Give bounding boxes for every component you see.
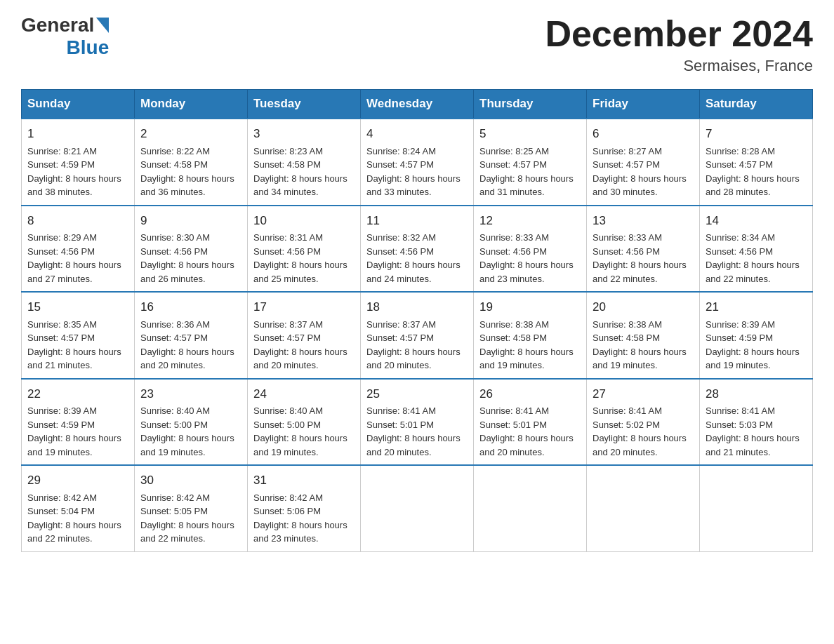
- day-info: Sunrise: 8:39 AMSunset: 4:59 PMDaylight:…: [706, 319, 800, 371]
- day-number: 14: [706, 212, 807, 230]
- table-row: 20Sunrise: 8:38 AMSunset: 4:58 PMDayligh…: [587, 292, 700, 379]
- day-number: 5: [479, 125, 581, 143]
- table-row: 31Sunrise: 8:42 AMSunset: 5:06 PMDayligh…: [248, 465, 361, 551]
- day-info: Sunrise: 8:33 AMSunset: 4:56 PMDaylight:…: [479, 232, 574, 284]
- day-number: 28: [706, 385, 807, 403]
- day-number: 23: [140, 385, 241, 403]
- table-row: 21Sunrise: 8:39 AMSunset: 4:59 PMDayligh…: [700, 292, 813, 379]
- table-row: 10Sunrise: 8:31 AMSunset: 4:56 PMDayligh…: [248, 206, 361, 293]
- logo: General Blue: [21, 14, 109, 59]
- table-row: 9Sunrise: 8:30 AMSunset: 4:56 PMDaylight…: [135, 206, 248, 293]
- day-number: 24: [253, 385, 355, 403]
- day-info: Sunrise: 8:30 AMSunset: 4:56 PMDaylight:…: [140, 232, 234, 284]
- day-number: 21: [706, 298, 807, 316]
- day-info: Sunrise: 8:35 AMSunset: 4:57 PMDaylight:…: [27, 319, 121, 371]
- day-number: 13: [593, 212, 694, 230]
- col-saturday: Saturday: [700, 90, 813, 119]
- day-number: 15: [27, 298, 128, 316]
- title-section: December 2024 Sermaises, France: [545, 14, 813, 75]
- day-info: Sunrise: 8:39 AMSunset: 4:59 PMDaylight:…: [27, 405, 121, 457]
- table-row: 30Sunrise: 8:42 AMSunset: 5:05 PMDayligh…: [135, 465, 248, 551]
- table-row: 4Sunrise: 8:24 AMSunset: 4:57 PMDaylight…: [361, 119, 474, 206]
- day-info: Sunrise: 8:42 AMSunset: 5:05 PMDaylight:…: [140, 492, 234, 544]
- day-number: 30: [140, 471, 241, 490]
- col-sunday: Sunday: [22, 90, 135, 119]
- table-row: 11Sunrise: 8:32 AMSunset: 4:56 PMDayligh…: [361, 206, 474, 293]
- table-row: 12Sunrise: 8:33 AMSunset: 4:56 PMDayligh…: [474, 206, 587, 293]
- day-info: Sunrise: 8:21 AMSunset: 4:59 PMDaylight:…: [27, 146, 121, 198]
- day-number: 12: [479, 212, 581, 230]
- day-info: Sunrise: 8:36 AMSunset: 4:57 PMDaylight:…: [140, 319, 234, 371]
- day-number: 26: [479, 385, 581, 403]
- day-info: Sunrise: 8:27 AMSunset: 4:57 PMDaylight:…: [593, 146, 687, 198]
- day-number: 31: [253, 471, 355, 490]
- day-info: Sunrise: 8:40 AMSunset: 5:00 PMDaylight:…: [140, 405, 234, 457]
- table-row: [361, 465, 474, 551]
- day-info: Sunrise: 8:38 AMSunset: 4:58 PMDaylight:…: [479, 319, 574, 371]
- calendar-week-row: 8Sunrise: 8:29 AMSunset: 4:56 PMDaylight…: [22, 206, 813, 293]
- col-thursday: Thursday: [474, 90, 587, 119]
- day-info: Sunrise: 8:22 AMSunset: 4:58 PMDaylight:…: [140, 146, 234, 198]
- col-monday: Monday: [135, 90, 248, 119]
- day-info: Sunrise: 8:37 AMSunset: 4:57 PMDaylight:…: [253, 319, 348, 371]
- page-header: General Blue December 2024 Sermaises, Fr…: [21, 14, 813, 75]
- day-info: Sunrise: 8:34 AMSunset: 4:56 PMDaylight:…: [706, 232, 800, 284]
- table-row: 28Sunrise: 8:41 AMSunset: 5:03 PMDayligh…: [700, 379, 813, 466]
- table-row: 23Sunrise: 8:40 AMSunset: 5:00 PMDayligh…: [135, 379, 248, 466]
- day-info: Sunrise: 8:28 AMSunset: 4:57 PMDaylight:…: [706, 146, 800, 198]
- svg-marker-0: [96, 18, 109, 33]
- table-row: 3Sunrise: 8:23 AMSunset: 4:58 PMDaylight…: [248, 119, 361, 206]
- calendar-week-row: 1Sunrise: 8:21 AMSunset: 4:59 PMDaylight…: [22, 119, 813, 206]
- day-number: 16: [140, 298, 241, 316]
- table-row: 27Sunrise: 8:41 AMSunset: 5:02 PMDayligh…: [587, 379, 700, 466]
- day-info: Sunrise: 8:32 AMSunset: 4:56 PMDaylight:…: [366, 232, 461, 284]
- col-friday: Friday: [587, 90, 700, 119]
- calendar-table: Sunday Monday Tuesday Wednesday Thursday…: [21, 89, 813, 552]
- day-info: Sunrise: 8:41 AMSunset: 5:02 PMDaylight:…: [593, 405, 687, 457]
- table-row: 15Sunrise: 8:35 AMSunset: 4:57 PMDayligh…: [22, 292, 135, 379]
- table-row: [700, 465, 813, 551]
- day-number: 19: [479, 298, 581, 316]
- day-number: 3: [253, 125, 355, 143]
- calendar-header-row: Sunday Monday Tuesday Wednesday Thursday…: [22, 90, 813, 119]
- location: Sermaises, France: [545, 57, 813, 75]
- day-number: 22: [27, 385, 128, 403]
- day-number: 25: [366, 385, 468, 403]
- table-row: 17Sunrise: 8:37 AMSunset: 4:57 PMDayligh…: [248, 292, 361, 379]
- table-row: 24Sunrise: 8:40 AMSunset: 5:00 PMDayligh…: [248, 379, 361, 466]
- day-number: 29: [27, 471, 128, 490]
- table-row: 25Sunrise: 8:41 AMSunset: 5:01 PMDayligh…: [361, 379, 474, 466]
- day-info: Sunrise: 8:24 AMSunset: 4:57 PMDaylight:…: [366, 146, 461, 198]
- logo-blue: Blue: [67, 36, 110, 59]
- day-info: Sunrise: 8:33 AMSunset: 4:56 PMDaylight:…: [593, 232, 687, 284]
- table-row: [474, 465, 587, 551]
- day-info: Sunrise: 8:41 AMSunset: 5:01 PMDaylight:…: [366, 405, 461, 457]
- logo-triangle-icon: [96, 18, 109, 33]
- col-wednesday: Wednesday: [361, 90, 474, 119]
- col-tuesday: Tuesday: [248, 90, 361, 119]
- day-info: Sunrise: 8:42 AMSunset: 5:04 PMDaylight:…: [27, 492, 121, 544]
- day-info: Sunrise: 8:25 AMSunset: 4:57 PMDaylight:…: [479, 146, 574, 198]
- table-row: 14Sunrise: 8:34 AMSunset: 4:56 PMDayligh…: [700, 206, 813, 293]
- day-info: Sunrise: 8:38 AMSunset: 4:58 PMDaylight:…: [593, 319, 687, 371]
- month-title: December 2024: [545, 14, 813, 54]
- day-number: 9: [140, 212, 241, 230]
- day-number: 20: [593, 298, 694, 316]
- day-info: Sunrise: 8:40 AMSunset: 5:00 PMDaylight:…: [253, 405, 348, 457]
- day-info: Sunrise: 8:23 AMSunset: 4:58 PMDaylight:…: [253, 146, 348, 198]
- table-row: 16Sunrise: 8:36 AMSunset: 4:57 PMDayligh…: [135, 292, 248, 379]
- day-info: Sunrise: 8:37 AMSunset: 4:57 PMDaylight:…: [366, 319, 461, 371]
- day-info: Sunrise: 8:41 AMSunset: 5:01 PMDaylight:…: [479, 405, 574, 457]
- calendar-week-row: 15Sunrise: 8:35 AMSunset: 4:57 PMDayligh…: [22, 292, 813, 379]
- day-number: 4: [366, 125, 468, 143]
- calendar-week-row: 22Sunrise: 8:39 AMSunset: 4:59 PMDayligh…: [22, 379, 813, 466]
- table-row: 1Sunrise: 8:21 AMSunset: 4:59 PMDaylight…: [22, 119, 135, 206]
- calendar-week-row: 29Sunrise: 8:42 AMSunset: 5:04 PMDayligh…: [22, 465, 813, 551]
- day-number: 10: [253, 212, 355, 230]
- table-row: 2Sunrise: 8:22 AMSunset: 4:58 PMDaylight…: [135, 119, 248, 206]
- table-row: 7Sunrise: 8:28 AMSunset: 4:57 PMDaylight…: [700, 119, 813, 206]
- day-number: 17: [253, 298, 355, 316]
- table-row: [587, 465, 700, 551]
- day-number: 1: [27, 125, 128, 143]
- day-number: 6: [593, 125, 694, 143]
